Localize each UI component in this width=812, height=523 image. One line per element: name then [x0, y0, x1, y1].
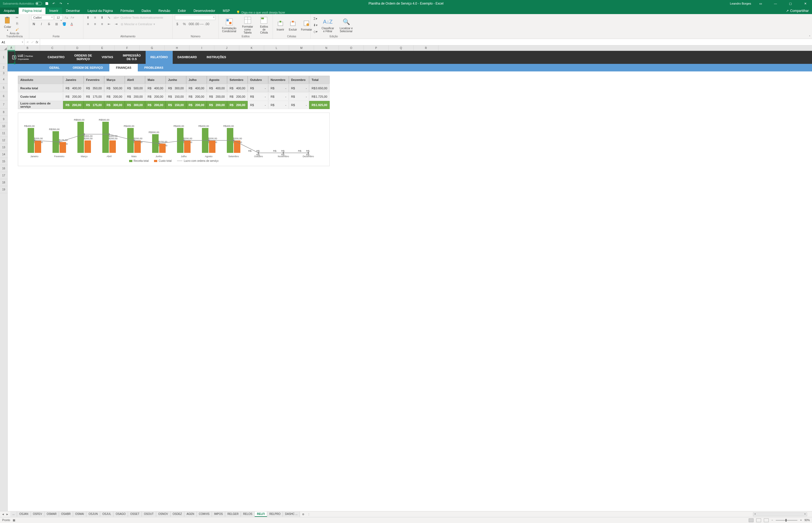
- tab-data[interactable]: Dados: [138, 7, 155, 14]
- col-header[interactable]: K: [239, 46, 264, 51]
- insert-cells-button[interactable]: Inserir: [275, 18, 286, 32]
- view-normal-icon[interactable]: [749, 518, 754, 522]
- collapse-ribbon-icon[interactable]: ˄: [809, 35, 810, 38]
- align-center-icon[interactable]: ≡: [92, 22, 98, 26]
- sheet-tab[interactable]: OSDEZ: [171, 512, 184, 517]
- align-mid-icon[interactable]: ≡: [92, 15, 98, 20]
- row-header[interactable]: 11: [0, 130, 7, 137]
- tab-file[interactable]: Arquivo: [0, 7, 19, 14]
- align-left-icon[interactable]: ≡: [86, 22, 90, 26]
- paste-button[interactable]: Colar ▾: [2, 15, 13, 32]
- copy-icon[interactable]: ⎘: [15, 21, 19, 26]
- nav-item[interactable]: RELATÓRIO: [146, 51, 173, 64]
- view-layout-icon[interactable]: [756, 518, 761, 522]
- row-header[interactable]: 6: [0, 92, 7, 101]
- macro-rec-icon[interactable]: ▦: [13, 519, 15, 522]
- tab-formulas[interactable]: Fórmulas: [117, 7, 138, 14]
- shrink-font-icon[interactable]: A▾: [70, 15, 75, 20]
- user-name[interactable]: Leandro Borges: [730, 2, 751, 5]
- percent-icon[interactable]: %: [182, 22, 187, 26]
- col-header[interactable]: N: [314, 46, 339, 51]
- sheet-tab[interactable]: OSJAN: [17, 512, 31, 517]
- sheet-tab[interactable]: OSSET: [128, 512, 142, 517]
- font-color-icon[interactable]: A: [69, 22, 74, 26]
- nav-item[interactable]: DASHBOARD: [173, 51, 202, 64]
- tab-dev[interactable]: Desenvolvedor: [190, 7, 219, 14]
- col-header[interactable]: J: [214, 46, 239, 51]
- delete-cells-button[interactable]: Excluir: [287, 18, 298, 32]
- tab-review[interactable]: Revisão: [155, 7, 174, 14]
- row-header[interactable]: 10: [0, 123, 7, 130]
- close-icon[interactable]: ✕: [800, 0, 811, 7]
- col-header[interactable]: A: [7, 46, 15, 51]
- zoom-level[interactable]: 90%: [805, 519, 810, 522]
- bold-icon[interactable]: N: [31, 22, 36, 26]
- fx-icon[interactable]: fx: [36, 40, 38, 44]
- font-name[interactable]: Calibri: [31, 15, 54, 20]
- minimize-icon[interactable]: —: [770, 0, 781, 7]
- orient-icon[interactable]: ⤡: [107, 15, 111, 20]
- row-header[interactable]: 4: [0, 75, 7, 84]
- format-painter-icon[interactable]: 🖌: [15, 27, 19, 32]
- row-header[interactable]: 3: [0, 71, 7, 75]
- sheet-tab[interactable]: OSJUL: [100, 512, 113, 517]
- zoom-in-icon[interactable]: +: [800, 519, 802, 522]
- sheet-tab[interactable]: RELOS: [241, 512, 255, 517]
- underline-icon[interactable]: S: [47, 22, 51, 26]
- sheet-tab[interactable]: OSABR: [59, 512, 73, 517]
- view-break-icon[interactable]: [764, 518, 769, 522]
- tab-home[interactable]: Página Inicial: [19, 7, 46, 14]
- fill-icon[interactable]: ⬇▾: [313, 23, 318, 28]
- row-header[interactable]: 17: [0, 172, 7, 179]
- sheet-tab[interactable]: OSAGO: [113, 512, 128, 517]
- cond-format-button[interactable]: Formatação Condicional: [221, 17, 237, 33]
- row-header[interactable]: 16: [0, 165, 7, 172]
- nav-item[interactable]: INSTRUÇÕES: [202, 51, 231, 64]
- number-format[interactable]: [175, 15, 215, 20]
- tab-msp[interactable]: MSP: [219, 7, 234, 14]
- sheet-tab[interactable]: COMVIS: [197, 512, 212, 517]
- tab-view[interactable]: Exibir: [174, 7, 190, 14]
- col-header[interactable]: D: [65, 46, 90, 51]
- row-header[interactable]: 15: [0, 158, 7, 165]
- merge-center[interactable]: ⊟ Mesclar e Centralizar ▾: [121, 22, 155, 26]
- italic-icon[interactable]: I: [39, 22, 44, 26]
- row-header[interactable]: 8: [0, 109, 7, 116]
- qat-more-icon[interactable]: ▾: [66, 1, 70, 6]
- sheet-tab[interactable]: OSMAR: [45, 512, 59, 517]
- col-header[interactable]: B: [15, 46, 40, 51]
- sheet-next-icon[interactable]: ►: [6, 513, 8, 516]
- chart[interactable]: R$400,00R$200,00R$200,00JaneiroR$350,00R…: [18, 112, 330, 166]
- nav-item[interactable]: IMPRESSÃODE O.S: [118, 51, 146, 64]
- font-size[interactable]: 12: [55, 15, 63, 20]
- clear-icon[interactable]: ◇▾: [313, 29, 318, 34]
- fill-color-icon[interactable]: 🪣: [62, 22, 67, 26]
- sheet-tab[interactable]: OSJUN: [86, 512, 100, 517]
- sheet-tab[interactable]: ...: [10, 512, 17, 517]
- col-header[interactable]: M: [289, 46, 314, 51]
- indent-dec-icon[interactable]: ⇤: [107, 22, 111, 26]
- col-header[interactable]: F: [115, 46, 140, 51]
- row-header[interactable]: 19: [0, 186, 7, 193]
- col-header[interactable]: R: [413, 46, 439, 51]
- row-header[interactable]: 9: [0, 116, 7, 123]
- sum-icon[interactable]: Σ▾: [313, 16, 318, 21]
- row-header[interactable]: 13: [0, 144, 7, 151]
- col-header[interactable]: C: [40, 46, 65, 51]
- col-header[interactable]: E: [90, 46, 115, 51]
- tab-layout[interactable]: Layout da Página: [84, 7, 117, 14]
- row-header[interactable]: 2: [0, 64, 7, 71]
- sheet-tab[interactable]: OSMAI: [73, 512, 86, 517]
- grow-font-icon[interactable]: A▴: [64, 15, 69, 20]
- col-header[interactable]: L: [264, 46, 289, 51]
- subnav-item[interactable]: PROBLEMAS: [138, 64, 170, 71]
- nav-item[interactable]: ORDENS DESERVIÇO: [69, 51, 96, 64]
- sheet-tab[interactable]: OSFEV: [31, 512, 45, 517]
- subnav-item[interactable]: ORDEM DE SERVIÇO: [66, 64, 110, 71]
- sheet-tab[interactable]: AGEN: [184, 512, 196, 517]
- enter-formula-icon[interactable]: ✓: [31, 40, 34, 44]
- redo-icon[interactable]: ↷: [59, 1, 63, 6]
- share-button[interactable]: ↗ Compartilhar: [783, 7, 812, 14]
- sort-filter-button[interactable]: A↓Z Classificar e Filtrar: [319, 17, 336, 33]
- name-box[interactable]: A1: [0, 39, 24, 45]
